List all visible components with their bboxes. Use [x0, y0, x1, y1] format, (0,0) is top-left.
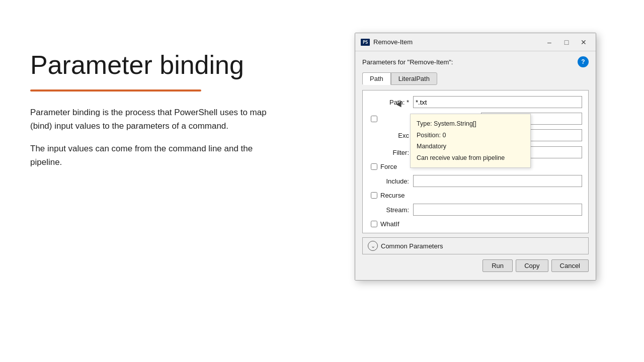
path-checkbox[interactable]	[371, 116, 377, 122]
tab-path[interactable]: Path	[362, 72, 391, 85]
maximize-button[interactable]: □	[558, 36, 575, 48]
force-checkbox[interactable]	[371, 163, 377, 170]
slide-title: Parameter binding	[30, 50, 312, 80]
stream-row: Stream:	[369, 203, 582, 216]
powershell-icon: PS	[360, 37, 370, 47]
minimize-button[interactable]: –	[541, 36, 557, 48]
common-params-row[interactable]: ⌄ Common Parameters	[362, 237, 589, 254]
window-controls: – □ ✕	[541, 36, 592, 48]
form-area: Path: * Type: System.String[] Position: …	[362, 90, 589, 233]
copy-button[interactable]: Copy	[516, 259, 548, 272]
filter-label: Filter:	[369, 149, 409, 156]
tooltip-line-mandatory: Mandatory	[417, 141, 524, 152]
whatif-checkbox[interactable]	[371, 221, 377, 227]
body-paragraph-2: The input values can come from the comma…	[30, 142, 272, 169]
tooltip-popup: Type: System.String[] Position: 0 Mandat…	[410, 114, 531, 168]
slide-body: Parameter binding is the process that Po…	[30, 106, 272, 169]
dialog-wrapper: PS Remove-Item – □ ✕ Parameters for "Rem…	[355, 33, 596, 281]
force-label: Force	[380, 163, 397, 170]
dialog-title: Remove-Item	[373, 38, 541, 46]
exc-label: Exc	[369, 132, 409, 139]
include-input[interactable]	[413, 175, 582, 187]
recurse-label: Recurse	[380, 192, 405, 199]
common-params-label: Common Parameters	[381, 242, 443, 250]
include-row: Include:	[369, 174, 582, 188]
stream-input[interactable]	[413, 204, 582, 216]
cancel-button[interactable]: Cancel	[551, 259, 589, 272]
tooltip-line-pipeline: Can receive value from pipeline	[417, 152, 524, 164]
params-header-row: Parameters for "Remove-Item": ?	[362, 56, 589, 67]
left-panel: Parameter binding Parameter binding is t…	[30, 50, 312, 178]
recurse-row: Recurse	[369, 192, 582, 199]
help-button[interactable]: ?	[578, 56, 589, 67]
close-button[interactable]: ✕	[576, 36, 592, 48]
recurse-checkbox[interactable]	[371, 192, 377, 199]
whatif-row: WhatIf	[369, 220, 582, 228]
include-label: Include:	[369, 177, 409, 185]
whatif-label: WhatIf	[380, 220, 399, 228]
tabs-row: Path LiteralPath	[362, 72, 589, 85]
params-label: Parameters for "Remove-Item":	[362, 58, 453, 66]
run-button[interactable]: Run	[482, 259, 513, 272]
dialog-body: Parameters for "Remove-Item": ? Path Lit…	[355, 51, 596, 280]
tab-literalpath[interactable]: LiteralPath	[391, 72, 437, 85]
stream-label: Stream:	[369, 206, 409, 214]
action-buttons: Run Copy Cancel	[362, 259, 589, 274]
title-bar: PS Remove-Item – □ ✕	[355, 33, 596, 51]
decorative-underline	[30, 89, 201, 92]
tooltip-line-type: Type: System.String[]	[417, 118, 524, 130]
tooltip-line-position: Position: 0	[417, 130, 524, 141]
body-paragraph-1: Parameter binding is the process that Po…	[30, 106, 272, 133]
remove-item-dialog: PS Remove-Item – □ ✕ Parameters for "Rem…	[355, 33, 596, 281]
chevron-down-icon: ⌄	[368, 241, 378, 251]
path-input[interactable]	[413, 96, 582, 108]
path-row: Path: * Type: System.String[] Position: …	[369, 96, 582, 109]
